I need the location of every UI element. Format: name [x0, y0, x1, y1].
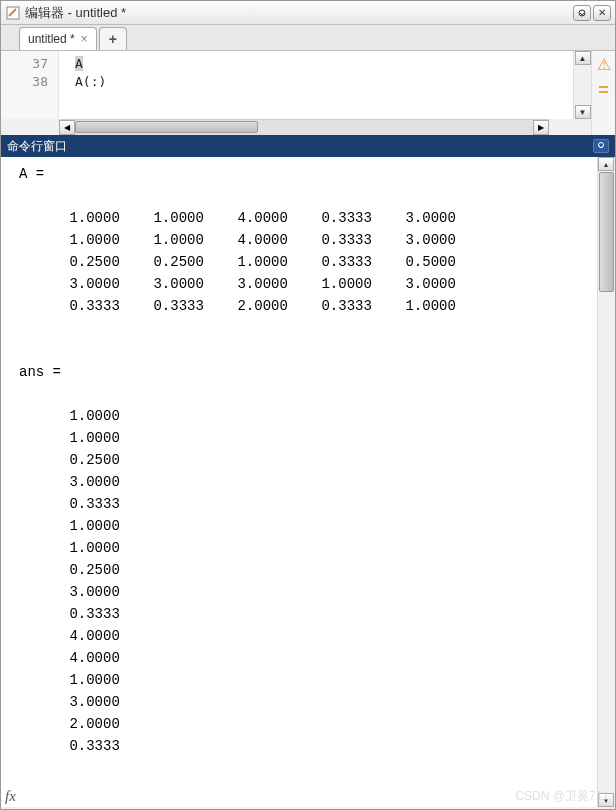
line-number: 38	[1, 73, 48, 91]
editor-tab[interactable]: untitled * ×	[19, 27, 97, 50]
command-output[interactable]: A = 1.0000 1.0000 4.0000 0.3333 3.0000 1…	[1, 157, 597, 807]
editor-gutter: 37 38	[1, 51, 59, 119]
editor-body: 37 38 A A(:) ▲ ▼	[1, 51, 591, 119]
scroll-left-icon[interactable]: ◀	[59, 120, 75, 135]
tab-label: untitled *	[28, 32, 75, 46]
editor-status-strip: ⚠ =	[591, 51, 615, 135]
scroll-right-icon[interactable]: ▶	[533, 120, 549, 135]
scroll-down-icon[interactable]: ▼	[575, 105, 591, 119]
editor-vscrollbar[interactable]: ▲ ▼	[573, 51, 591, 119]
scroll-thumb[interactable]	[599, 172, 614, 292]
scroll-track[interactable]	[598, 293, 615, 793]
editor-tabbar: untitled * × +	[1, 25, 615, 51]
editor-titlebar: 编辑器 - untitled * ✕	[1, 1, 615, 25]
hscroll-thumb[interactable]	[75, 121, 258, 133]
command-window-title: 命令行窗口	[7, 138, 67, 155]
editor-code-area[interactable]: A A(:)	[59, 51, 573, 119]
editor-hscrollbar[interactable]: ◀ ▶	[59, 119, 549, 135]
line-number: 37	[1, 55, 48, 73]
command-vscrollbar[interactable]: ▴ ▾	[597, 157, 615, 807]
editor-icon	[5, 5, 21, 21]
editor-title: 编辑器 - untitled *	[25, 4, 573, 22]
scroll-up-icon[interactable]: ▴	[598, 157, 614, 171]
command-window-titlebar: 命令行窗口	[1, 135, 615, 157]
command-window-menu-dropdown[interactable]	[593, 139, 609, 153]
editor-close-button[interactable]: ✕	[593, 5, 611, 21]
warning-icon[interactable]: ⚠	[597, 55, 611, 74]
tab-close-icon[interactable]: ×	[81, 32, 88, 46]
code-line: A	[75, 56, 83, 71]
hscroll-track[interactable]	[75, 120, 533, 135]
command-window-body: A = 1.0000 1.0000 4.0000 0.3333 3.0000 1…	[1, 157, 615, 807]
editor-menu-dropdown[interactable]	[573, 5, 591, 21]
tab-add-button[interactable]: +	[99, 27, 127, 50]
code-line: A(:)	[75, 73, 567, 91]
fx-prompt-icon[interactable]: fx	[5, 788, 16, 805]
scroll-up-icon[interactable]: ▲	[575, 51, 591, 65]
watermark: CSDN @卫冕711	[515, 788, 609, 805]
equals-icon: =	[598, 80, 609, 101]
